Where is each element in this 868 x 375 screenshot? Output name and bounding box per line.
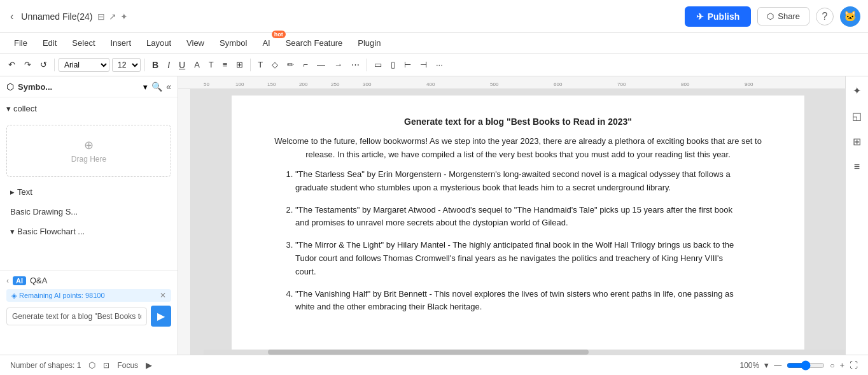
share-label: Share <box>778 11 800 21</box>
status-bar: Number of shapes: 1 ⬡ ⊡ Focus ▶ 100% ▾ —… <box>0 355 868 375</box>
align-button[interactable]: ≡ <box>220 58 231 71</box>
layers-button[interactable]: ⬡ <box>88 360 95 370</box>
ruler-mark-500: 500 <box>490 81 498 87</box>
ai-remaining-bar: ◈ Remaining AI points: 98100 ✕ <box>6 289 171 302</box>
sidebar-item-basic-drawing[interactable]: Basic Drawing S... <box>4 203 174 220</box>
toolbar-sep-2 <box>144 59 145 71</box>
publish-label: Publish <box>708 11 740 22</box>
underline-button[interactable]: U <box>176 58 188 72</box>
shape-button[interactable]: ◇ <box>269 58 281 71</box>
rp-pen-button[interactable]: ✦ <box>848 81 866 99</box>
undo-button[interactable]: ↶ <box>5 58 18 71</box>
sidebar-header: ⬡ Symbo... ▾ 🔍 « <box>0 76 178 97</box>
panel1-button[interactable]: ▭ <box>371 58 385 71</box>
color-button[interactable]: A <box>191 58 203 71</box>
export-icon[interactable]: ↗ <box>109 11 116 22</box>
line-button[interactable]: — <box>314 58 328 71</box>
sidebar-item-flowchart-group: ▾ Basic Flowchart ... <box>10 227 167 236</box>
chevron-down-icon-2: ▾ <box>10 227 15 236</box>
menu-file[interactable]: File <box>8 36 34 50</box>
text-tool-button[interactable]: T <box>255 58 266 71</box>
play-button[interactable]: ▶ <box>146 360 152 370</box>
star-icon[interactable]: ✦ <box>120 11 128 22</box>
arrow-button[interactable]: → <box>331 58 346 71</box>
drag-here-area[interactable]: ⊕ Drag Here <box>6 125 171 177</box>
pen-button[interactable]: ✏ <box>284 58 297 71</box>
menu-select[interactable]: Select <box>66 36 101 50</box>
align2-button[interactable]: ⊞ <box>233 58 246 71</box>
sidebar-collapse-button[interactable]: « <box>166 81 171 92</box>
ruler-mark-700: 700 <box>617 81 626 87</box>
italic-button[interactable]: I <box>164 58 173 72</box>
top-bar-left: ‹ Unnamed File(24) ⊟ ↗ ✦ <box>8 8 680 25</box>
sidebar-item-text[interactable]: ▸ Text <box>4 183 174 201</box>
back-button[interactable]: ‹ <box>8 8 16 25</box>
text-style-button[interactable]: T <box>206 58 217 71</box>
rp-layout-button[interactable]: ◱ <box>848 107 866 125</box>
menu-edit[interactable]: Edit <box>36 36 63 50</box>
avatar[interactable]: 🐱 <box>840 6 860 27</box>
menu-plugin[interactable]: Plugin <box>351 36 387 50</box>
size-select[interactable]: 12 <box>112 58 141 72</box>
focus-label: Focus <box>117 361 138 370</box>
ruler-mark-300: 300 <box>363 81 371 87</box>
toolbar-sep-3 <box>250 59 251 71</box>
help-button[interactable]: ? <box>816 8 834 25</box>
redo-button[interactable]: ↷ <box>21 58 34 71</box>
dotted-line-button[interactable]: ⋯ <box>348 58 363 71</box>
ai-collapse-button[interactable]: ‹ <box>6 276 9 285</box>
top-bar: ‹ Unnamed File(24) ⊟ ↗ ✦ ✈ Publish ⬡ Sha… <box>0 0 868 33</box>
ai-panel-header: ‹ AI Q&A <box>6 276 171 285</box>
ai-send-button[interactable]: ▶ <box>151 306 171 327</box>
ruler-mark-200: 200 <box>299 81 307 87</box>
ruler-left <box>178 89 191 355</box>
more-tools-button[interactable]: ··· <box>433 58 446 71</box>
font-select[interactable]: Arial <box>59 58 109 72</box>
menu-ai[interactable]: AI hot <box>256 36 276 50</box>
sidebar-search-button[interactable]: 🔍 <box>151 81 162 92</box>
zoom-dropdown-button[interactable]: ▾ <box>764 360 769 370</box>
publish-button[interactable]: ✈ Publish <box>685 6 752 27</box>
horizontal-scrollbar[interactable] <box>204 350 845 355</box>
left-align-button[interactable]: ⊢ <box>401 58 414 71</box>
sidebar-basic-drawing-label: Basic Drawing S... <box>10 207 78 216</box>
rp-grid-button[interactable]: ⊞ <box>848 132 866 150</box>
ai-panel: ‹ AI Q&A ◈ Remaining AI points: 98100 ✕ … <box>0 270 178 332</box>
chevron-down-icon: ▾ <box>6 104 11 113</box>
ruler-mark-50: 50 <box>204 81 209 87</box>
zoom-slider[interactable] <box>787 360 825 371</box>
menu-insert[interactable]: Insert <box>104 36 138 50</box>
history-button[interactable]: ↺ <box>37 58 50 71</box>
zoom-plus-button[interactable]: + <box>839 360 844 370</box>
chevron-right-icon: ▸ <box>10 187 15 197</box>
bold-button[interactable]: B <box>149 58 162 72</box>
save-icon[interactable]: ⊟ <box>97 11 105 22</box>
menu-view[interactable]: View <box>180 36 211 50</box>
sidebar-item-basic-flowchart[interactable]: ▾ Basic Flowchart ... <box>4 223 174 240</box>
menu-search-feature[interactable]: Search Feature <box>279 36 349 50</box>
fullscreen-button[interactable]: ⛶ <box>850 360 858 370</box>
share-button[interactable]: ⬡ Share <box>757 7 809 25</box>
file-title: Unnamed File(24) <box>21 11 92 22</box>
ai-input[interactable] <box>6 308 147 325</box>
menu-layout[interactable]: Layout <box>140 36 178 50</box>
list-item-3: "The Mirror & The Light" by Hilary Mante… <box>295 239 741 278</box>
scrollbar-thumb[interactable] <box>268 350 589 355</box>
ruler-top: 50 100 150 200 250 300 400 500 600 700 8… <box>178 76 845 89</box>
sidebar-icons: 🔍 « <box>151 81 171 92</box>
sidebar-text-label: Text <box>17 187 32 197</box>
ai-remaining-close-button[interactable]: ✕ <box>160 291 166 300</box>
zoom-center-marker: ○ <box>830 361 834 370</box>
canvas-area[interactable]: Generate text for a blog "Best Books to … <box>191 89 845 355</box>
right-align-button[interactable]: ⊣ <box>417 58 430 71</box>
ruler-mark-100: 100 <box>235 81 244 87</box>
rp-lines-button[interactable]: ≡ <box>848 158 866 176</box>
plus-icon: ⊕ <box>20 138 158 152</box>
collect-header[interactable]: ▾ collect <box>6 101 171 116</box>
canvas-intro: Welcome to the future, fellow bookworms!… <box>263 135 773 162</box>
sidebar-title: Symbo... <box>18 82 139 92</box>
panel2-button[interactable]: ▯ <box>388 58 398 71</box>
status-bar-left: Number of shapes: 1 ⬡ ⊡ Focus ▶ <box>10 360 729 370</box>
menu-symbol[interactable]: Symbol <box>213 36 253 50</box>
connector-button[interactable]: ⌐ <box>300 58 311 71</box>
